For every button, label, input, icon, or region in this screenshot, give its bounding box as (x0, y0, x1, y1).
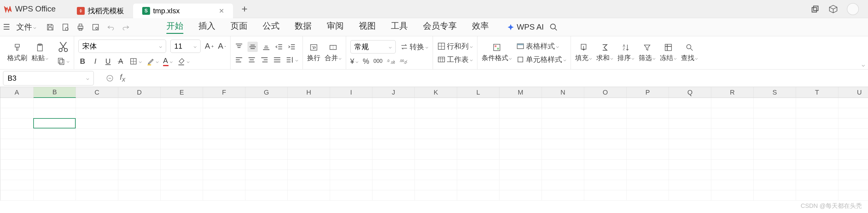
tab-insert[interactable]: 插入 (198, 20, 215, 34)
cell[interactable] (796, 159, 838, 170)
cell[interactable] (245, 139, 288, 149)
cell[interactable] (415, 108, 457, 118)
cell[interactable] (584, 98, 626, 108)
column-header[interactable]: H (288, 87, 330, 98)
cell[interactable] (415, 139, 457, 149)
column-header[interactable]: J (372, 87, 415, 98)
cell[interactable] (415, 170, 457, 180)
cell[interactable] (838, 149, 868, 159)
cell[interactable] (796, 108, 838, 118)
cell[interactable] (288, 190, 330, 201)
print-icon[interactable] (76, 23, 85, 31)
highlight-button[interactable]: ⌵ (146, 57, 159, 66)
cell[interactable] (542, 190, 584, 201)
close-icon[interactable]: × (219, 6, 224, 16)
cell[interactable] (754, 190, 796, 201)
cell[interactable] (542, 129, 584, 139)
cell[interactable] (584, 129, 626, 139)
cell[interactable] (754, 108, 796, 118)
cell[interactable] (372, 108, 415, 118)
cell[interactable] (669, 180, 711, 190)
column-header[interactable]: L (457, 87, 499, 98)
cell[interactable] (34, 108, 76, 118)
avatar[interactable] (847, 3, 859, 15)
cell[interactable] (118, 170, 161, 180)
cell[interactable] (245, 118, 288, 129)
decrease-indent-icon[interactable] (275, 43, 283, 51)
tab-tools[interactable]: 工具 (391, 20, 408, 34)
format-painter-button[interactable]: 格式刷 (7, 43, 27, 63)
cell[interactable] (288, 118, 330, 129)
cell[interactable] (288, 180, 330, 190)
tab-efficiency[interactable]: 效率 (472, 20, 489, 34)
cell[interactable] (0, 149, 34, 159)
cell[interactable] (669, 190, 711, 201)
cell[interactable] (542, 98, 584, 108)
cell[interactable] (838, 180, 868, 190)
cell[interactable] (584, 118, 626, 129)
cell[interactable] (76, 159, 118, 170)
cell[interactable] (711, 170, 754, 180)
cell[interactable] (711, 139, 754, 149)
cell[interactable] (245, 190, 288, 201)
cell[interactable] (457, 180, 499, 190)
cell[interactable] (669, 139, 711, 149)
cell[interactable] (457, 139, 499, 149)
tab-file[interactable]: S tmp.xlsx × (133, 4, 233, 18)
cell[interactable] (330, 180, 372, 190)
cell[interactable] (330, 170, 372, 180)
cell[interactable] (288, 139, 330, 149)
column-header[interactable]: F (203, 87, 245, 98)
hamburger-icon[interactable]: ☰ (3, 22, 12, 32)
cube-icon[interactable] (829, 4, 838, 13)
fx-icon[interactable]: fx (120, 72, 125, 83)
cell[interactable] (34, 98, 76, 108)
cell[interactable] (288, 159, 330, 170)
cell[interactable] (669, 159, 711, 170)
cancel-icon[interactable] (106, 74, 114, 82)
cell[interactable] (457, 108, 499, 118)
cell[interactable] (161, 170, 203, 180)
cells-area[interactable] (0, 98, 868, 201)
cell[interactable] (754, 170, 796, 180)
cell[interactable] (457, 118, 499, 129)
tab-template[interactable]: 找稻壳模板 (68, 4, 133, 18)
column-header[interactable]: K (415, 87, 457, 98)
table-style-button[interactable]: 表格样式⌵ (516, 41, 566, 51)
cell[interactable] (76, 129, 118, 139)
cell[interactable] (669, 118, 711, 129)
cell[interactable] (203, 108, 245, 118)
cell[interactable] (34, 139, 76, 149)
cell[interactable] (711, 129, 754, 139)
increase-decimal-button[interactable]: .0.00 (386, 58, 395, 64)
cell[interactable] (711, 180, 754, 190)
cell[interactable] (584, 170, 626, 180)
preview-icon[interactable] (91, 23, 100, 31)
cell[interactable] (711, 118, 754, 129)
cell[interactable] (754, 129, 796, 139)
cell[interactable] (161, 180, 203, 190)
column-header[interactable]: N (542, 87, 584, 98)
file-menu[interactable]: 文件⌵ (16, 22, 36, 32)
cell[interactable] (0, 190, 34, 201)
cell[interactable] (118, 159, 161, 170)
column-header[interactable]: I (330, 87, 372, 98)
cell[interactable] (499, 129, 542, 139)
cell[interactable] (626, 159, 669, 170)
cell[interactable] (118, 190, 161, 201)
cell[interactable] (203, 118, 245, 129)
paste-button[interactable]: 粘贴⌵ (31, 43, 49, 63)
column-header[interactable]: D (118, 87, 161, 98)
cell[interactable] (415, 190, 457, 201)
cell[interactable] (584, 180, 626, 190)
cell[interactable] (499, 159, 542, 170)
sort-button[interactable]: AZ排序⌵ (618, 43, 634, 63)
cell[interactable] (245, 129, 288, 139)
column-header[interactable]: A (0, 87, 34, 98)
fill-button[interactable]: 填充⌵ (575, 43, 592, 63)
cell[interactable] (669, 149, 711, 159)
cell[interactable] (626, 190, 669, 201)
redo-icon[interactable] (122, 23, 130, 31)
cell[interactable] (542, 118, 584, 129)
cell[interactable] (415, 180, 457, 190)
